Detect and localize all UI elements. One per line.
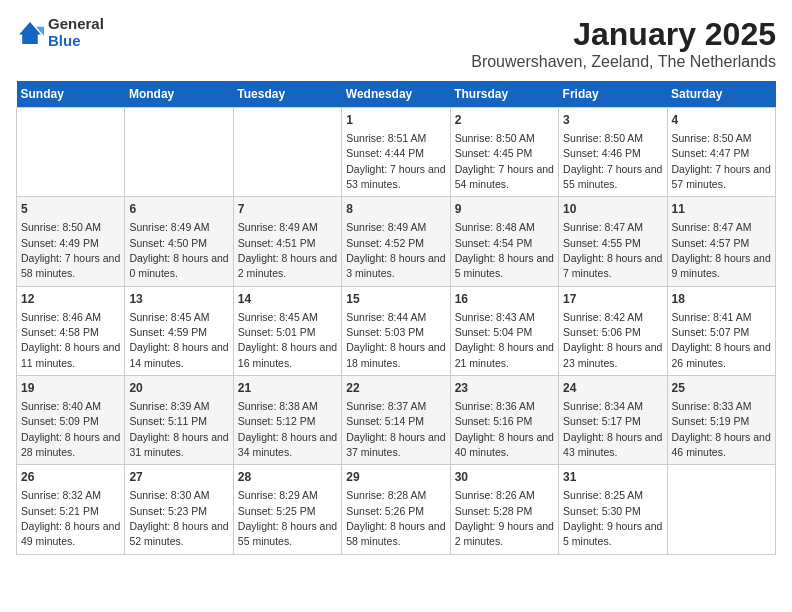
day-info: Sunrise: 8:50 AM Sunset: 4:49 PM Dayligh…	[21, 221, 120, 279]
calendar-cell: 3 Sunrise: 8:50 AM Sunset: 4:46 PM Dayli…	[559, 108, 667, 197]
calendar-cell: 11 Sunrise: 8:47 AM Sunset: 4:57 PM Dayl…	[667, 197, 775, 286]
calendar-week-row: 1 Sunrise: 8:51 AM Sunset: 4:44 PM Dayli…	[17, 108, 776, 197]
calendar-cell	[17, 108, 125, 197]
logo-blue: Blue	[48, 33, 104, 50]
weekday-header: Tuesday	[233, 81, 341, 108]
calendar-cell: 16 Sunrise: 8:43 AM Sunset: 5:04 PM Dayl…	[450, 286, 558, 375]
day-info: Sunrise: 8:34 AM Sunset: 5:17 PM Dayligh…	[563, 400, 662, 458]
day-number: 24	[563, 380, 662, 397]
day-info: Sunrise: 8:37 AM Sunset: 5:14 PM Dayligh…	[346, 400, 445, 458]
day-number: 13	[129, 291, 228, 308]
day-number: 3	[563, 112, 662, 129]
day-info: Sunrise: 8:47 AM Sunset: 4:55 PM Dayligh…	[563, 221, 662, 279]
day-number: 21	[238, 380, 337, 397]
day-number: 15	[346, 291, 445, 308]
day-info: Sunrise: 8:46 AM Sunset: 4:58 PM Dayligh…	[21, 311, 120, 369]
calendar-cell: 4 Sunrise: 8:50 AM Sunset: 4:47 PM Dayli…	[667, 108, 775, 197]
calendar-cell: 28 Sunrise: 8:29 AM Sunset: 5:25 PM Dayl…	[233, 465, 341, 554]
page-subtitle: Brouwershaven, Zeeland, The Netherlands	[471, 53, 776, 71]
day-number: 19	[21, 380, 120, 397]
day-number: 10	[563, 201, 662, 218]
calendar-cell: 13 Sunrise: 8:45 AM Sunset: 4:59 PM Dayl…	[125, 286, 233, 375]
day-number: 22	[346, 380, 445, 397]
logo-general: General	[48, 16, 104, 33]
day-number: 11	[672, 201, 771, 218]
calendar-cell: 26 Sunrise: 8:32 AM Sunset: 5:21 PM Dayl…	[17, 465, 125, 554]
day-number: 9	[455, 201, 554, 218]
day-number: 7	[238, 201, 337, 218]
day-info: Sunrise: 8:43 AM Sunset: 5:04 PM Dayligh…	[455, 311, 554, 369]
title-area: January 2025 Brouwershaven, Zeeland, The…	[471, 16, 776, 71]
calendar-cell: 19 Sunrise: 8:40 AM Sunset: 5:09 PM Dayl…	[17, 376, 125, 465]
weekday-header: Monday	[125, 81, 233, 108]
day-info: Sunrise: 8:41 AM Sunset: 5:07 PM Dayligh…	[672, 311, 771, 369]
calendar-cell: 6 Sunrise: 8:49 AM Sunset: 4:50 PM Dayli…	[125, 197, 233, 286]
day-number: 6	[129, 201, 228, 218]
day-info: Sunrise: 8:49 AM Sunset: 4:51 PM Dayligh…	[238, 221, 337, 279]
calendar-cell: 18 Sunrise: 8:41 AM Sunset: 5:07 PM Dayl…	[667, 286, 775, 375]
page-header: General Blue January 2025 Brouwershaven,…	[16, 16, 776, 71]
day-info: Sunrise: 8:42 AM Sunset: 5:06 PM Dayligh…	[563, 311, 662, 369]
day-number: 12	[21, 291, 120, 308]
day-info: Sunrise: 8:28 AM Sunset: 5:26 PM Dayligh…	[346, 489, 445, 547]
day-number: 14	[238, 291, 337, 308]
weekday-header: Thursday	[450, 81, 558, 108]
calendar-cell: 10 Sunrise: 8:47 AM Sunset: 4:55 PM Dayl…	[559, 197, 667, 286]
day-number: 28	[238, 469, 337, 486]
calendar-cell: 17 Sunrise: 8:42 AM Sunset: 5:06 PM Dayl…	[559, 286, 667, 375]
calendar-cell: 9 Sunrise: 8:48 AM Sunset: 4:54 PM Dayli…	[450, 197, 558, 286]
day-number: 25	[672, 380, 771, 397]
day-info: Sunrise: 8:47 AM Sunset: 4:57 PM Dayligh…	[672, 221, 771, 279]
calendar-cell: 15 Sunrise: 8:44 AM Sunset: 5:03 PM Dayl…	[342, 286, 450, 375]
day-number: 2	[455, 112, 554, 129]
calendar-cell: 23 Sunrise: 8:36 AM Sunset: 5:16 PM Dayl…	[450, 376, 558, 465]
logo-text: General Blue	[48, 16, 104, 49]
day-number: 4	[672, 112, 771, 129]
day-number: 17	[563, 291, 662, 308]
day-number: 20	[129, 380, 228, 397]
calendar-cell: 7 Sunrise: 8:49 AM Sunset: 4:51 PM Dayli…	[233, 197, 341, 286]
calendar-cell: 21 Sunrise: 8:38 AM Sunset: 5:12 PM Dayl…	[233, 376, 341, 465]
calendar-table: SundayMondayTuesdayWednesdayThursdayFrid…	[16, 81, 776, 555]
day-info: Sunrise: 8:39 AM Sunset: 5:11 PM Dayligh…	[129, 400, 228, 458]
day-info: Sunrise: 8:45 AM Sunset: 5:01 PM Dayligh…	[238, 311, 337, 369]
calendar-cell: 31 Sunrise: 8:25 AM Sunset: 5:30 PM Dayl…	[559, 465, 667, 554]
svg-marker-1	[19, 22, 41, 44]
calendar-week-row: 26 Sunrise: 8:32 AM Sunset: 5:21 PM Dayl…	[17, 465, 776, 554]
calendar-cell: 14 Sunrise: 8:45 AM Sunset: 5:01 PM Dayl…	[233, 286, 341, 375]
day-number: 27	[129, 469, 228, 486]
calendar-cell: 24 Sunrise: 8:34 AM Sunset: 5:17 PM Dayl…	[559, 376, 667, 465]
day-info: Sunrise: 8:29 AM Sunset: 5:25 PM Dayligh…	[238, 489, 337, 547]
calendar-cell	[125, 108, 233, 197]
day-info: Sunrise: 8:32 AM Sunset: 5:21 PM Dayligh…	[21, 489, 120, 547]
calendar-cell	[667, 465, 775, 554]
logo: General Blue	[16, 16, 104, 49]
day-info: Sunrise: 8:48 AM Sunset: 4:54 PM Dayligh…	[455, 221, 554, 279]
calendar-cell: 29 Sunrise: 8:28 AM Sunset: 5:26 PM Dayl…	[342, 465, 450, 554]
day-info: Sunrise: 8:49 AM Sunset: 4:52 PM Dayligh…	[346, 221, 445, 279]
day-info: Sunrise: 8:33 AM Sunset: 5:19 PM Dayligh…	[672, 400, 771, 458]
day-info: Sunrise: 8:50 AM Sunset: 4:46 PM Dayligh…	[563, 132, 662, 190]
day-info: Sunrise: 8:45 AM Sunset: 4:59 PM Dayligh…	[129, 311, 228, 369]
day-number: 1	[346, 112, 445, 129]
calendar-cell: 25 Sunrise: 8:33 AM Sunset: 5:19 PM Dayl…	[667, 376, 775, 465]
day-number: 29	[346, 469, 445, 486]
weekday-header: Sunday	[17, 81, 125, 108]
day-number: 31	[563, 469, 662, 486]
day-info: Sunrise: 8:44 AM Sunset: 5:03 PM Dayligh…	[346, 311, 445, 369]
day-number: 5	[21, 201, 120, 218]
day-number: 18	[672, 291, 771, 308]
calendar-cell: 12 Sunrise: 8:46 AM Sunset: 4:58 PM Dayl…	[17, 286, 125, 375]
weekday-header: Friday	[559, 81, 667, 108]
calendar-cell: 20 Sunrise: 8:39 AM Sunset: 5:11 PM Dayl…	[125, 376, 233, 465]
calendar-cell: 30 Sunrise: 8:26 AM Sunset: 5:28 PM Dayl…	[450, 465, 558, 554]
page-title: January 2025	[471, 16, 776, 53]
logo-icon	[16, 19, 44, 47]
weekday-header: Wednesday	[342, 81, 450, 108]
calendar-week-row: 12 Sunrise: 8:46 AM Sunset: 4:58 PM Dayl…	[17, 286, 776, 375]
day-info: Sunrise: 8:30 AM Sunset: 5:23 PM Dayligh…	[129, 489, 228, 547]
day-number: 8	[346, 201, 445, 218]
calendar-cell: 8 Sunrise: 8:49 AM Sunset: 4:52 PM Dayli…	[342, 197, 450, 286]
day-info: Sunrise: 8:25 AM Sunset: 5:30 PM Dayligh…	[563, 489, 662, 547]
weekday-header: Saturday	[667, 81, 775, 108]
